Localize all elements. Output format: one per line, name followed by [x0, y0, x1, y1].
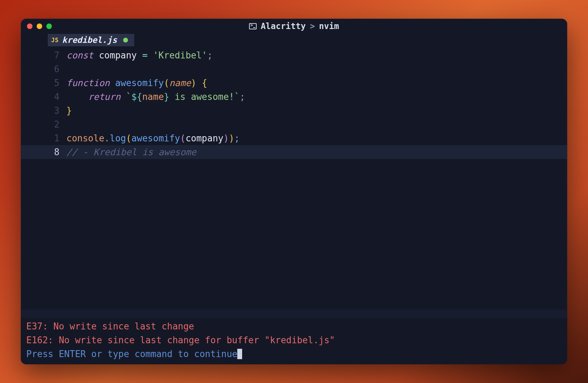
modified-indicator-icon	[123, 38, 128, 43]
code-line: 4 return `${name} is awesome!`;	[21, 90, 567, 104]
code-content: return `${name} is awesome!`;	[66, 90, 567, 104]
buffer-filename: kredibel.js	[62, 35, 117, 45]
line-number: 4	[21, 90, 66, 104]
line-number: 7	[21, 48, 66, 62]
code-content: console.log(awesomify(company));	[66, 131, 567, 145]
code-content	[66, 118, 567, 131]
press-enter-prompt[interactable]: Press ENTER or type command to continue	[26, 347, 562, 361]
line-number: 1	[21, 131, 66, 145]
filetype-icon: JS	[51, 37, 58, 44]
code-line-current: 8 // - Kredibel is awesome	[21, 145, 567, 159]
code-content: }	[66, 104, 567, 118]
statusline-separator	[21, 310, 567, 318]
cursor-icon	[237, 349, 242, 359]
message-area: E37: No write since last change E162: No…	[21, 318, 567, 364]
editor-area[interactable]: 7 const company = 'Kredibel'; 6 5 functi…	[21, 46, 567, 310]
terminal-icon	[249, 23, 257, 29]
window-title: Alacritty > nvim	[21, 21, 567, 31]
line-number: 8	[21, 145, 66, 159]
code-content: function awesomify(name) {	[66, 76, 567, 90]
code-content	[66, 62, 567, 76]
code-line: 6	[21, 62, 567, 76]
window-controls	[27, 24, 52, 29]
minimize-button[interactable]	[37, 24, 42, 29]
window-titlebar: Alacritty > nvim	[21, 19, 567, 34]
line-number: 5	[21, 76, 66, 90]
buffer-tabbar: JS kredibel.js	[21, 34, 567, 46]
code-content: // - Kredibel is awesome	[66, 145, 567, 159]
line-number: 3	[21, 104, 66, 118]
line-number: 6	[21, 62, 66, 76]
error-message: E37: No write since last change	[26, 319, 562, 333]
zoom-button[interactable]	[46, 24, 52, 29]
buffer-tab[interactable]: JS kredibel.js	[48, 34, 134, 46]
close-button[interactable]	[27, 24, 33, 29]
title-separator: >	[310, 21, 315, 31]
error-message: E162: No write since last change for buf…	[26, 333, 562, 347]
app-name: Alacritty	[261, 21, 306, 31]
process-name: nvim	[319, 21, 339, 31]
line-number: 2	[21, 118, 66, 131]
code-line: 3 }	[21, 104, 567, 118]
code-content: const company = 'Kredibel';	[66, 48, 567, 62]
code-line: 5 function awesomify(name) {	[21, 76, 567, 90]
terminal-window: Alacritty > nvim JS kredibel.js 7 const …	[21, 19, 567, 364]
code-line: 2	[21, 118, 567, 131]
code-line: 1 console.log(awesomify(company));	[21, 131, 567, 145]
code-line: 7 const company = 'Kredibel';	[21, 48, 567, 62]
